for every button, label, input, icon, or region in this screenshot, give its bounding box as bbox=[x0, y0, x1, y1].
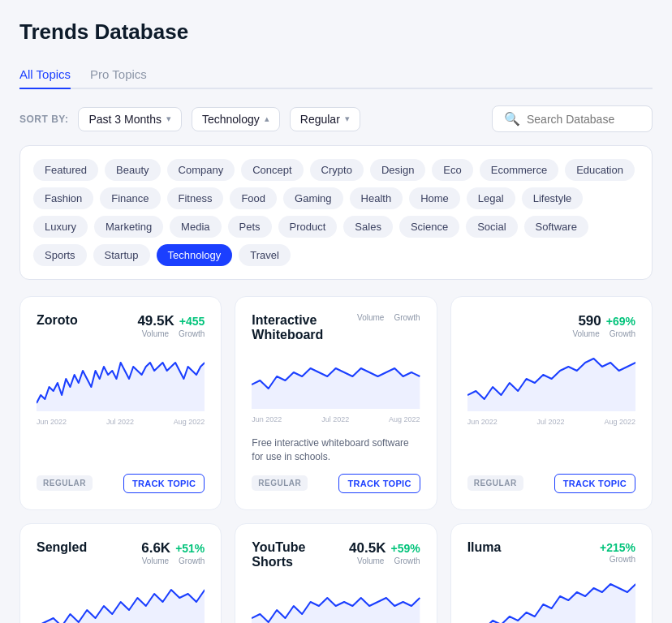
app-container: Trends Database All Topics Pro Topics SO… bbox=[0, 0, 672, 623]
filter-pill-sales[interactable]: Sales bbox=[343, 216, 393, 238]
growth-label: Growth bbox=[179, 329, 205, 338]
track-topic-button[interactable]: TRACK TOPIC bbox=[123, 474, 205, 493]
regular-badge: REGULAR bbox=[467, 475, 523, 491]
chart-label: Jul 2022 bbox=[321, 415, 349, 423]
card-stats: 590+69%VolumeGrowth bbox=[572, 313, 635, 345]
type-value: Regular bbox=[300, 113, 340, 126]
filter-pill-concept[interactable]: Concept bbox=[241, 159, 303, 181]
trend-card-3: Sengled6.6K+51%VolumeGrowthJun 2022Jul 2… bbox=[19, 523, 222, 623]
period-value: Past 3 Months bbox=[88, 113, 162, 126]
filter-pill-sports[interactable]: Sports bbox=[33, 244, 87, 266]
filter-pill-crypto[interactable]: Crypto bbox=[310, 159, 364, 181]
filter-pill-travel[interactable]: Travel bbox=[239, 244, 291, 266]
card-title: Iluma bbox=[467, 540, 502, 555]
card-growth: +69% bbox=[606, 315, 635, 328]
filter-pill-science[interactable]: Science bbox=[399, 216, 459, 238]
card-footer: REGULARTRACK TOPIC bbox=[467, 474, 635, 493]
filter-pill-social[interactable]: Social bbox=[466, 216, 517, 238]
filter-pill-home[interactable]: Home bbox=[409, 187, 460, 209]
chart-label: Jul 2022 bbox=[537, 418, 565, 426]
card-stats-line: +215% bbox=[595, 540, 635, 555]
filter-pill-media[interactable]: Media bbox=[170, 216, 221, 238]
chart-label: Jun 2022 bbox=[252, 415, 282, 423]
trend-card-2: 590+69%VolumeGrowthJun 2022Jul 2022Aug 2… bbox=[450, 296, 653, 510]
chart-labels: Jun 2022Jul 2022Aug 2022 bbox=[467, 418, 635, 426]
chart-label: Aug 2022 bbox=[389, 415, 420, 423]
period-select[interactable]: Past 3 Months ▾ bbox=[78, 107, 182, 131]
regular-badge: REGULAR bbox=[252, 475, 308, 491]
card-labels: VolumeGrowth bbox=[141, 556, 205, 565]
category-value: Technology bbox=[202, 113, 260, 126]
tab-all-topics[interactable]: All Topics bbox=[19, 61, 71, 89]
track-topic-button[interactable]: TRACK TOPIC bbox=[554, 474, 635, 493]
card-growth: +51% bbox=[175, 542, 205, 555]
card-labels: VolumeGrowth bbox=[349, 556, 420, 565]
type-select[interactable]: Regular ▾ bbox=[290, 107, 360, 131]
trend-card-1: Interactive WhiteboardVolumeGrowthJun 20… bbox=[235, 296, 437, 510]
type-arrow-icon: ▾ bbox=[345, 114, 350, 124]
volume-label: Volume bbox=[357, 313, 384, 322]
filter-pill-legal[interactable]: Legal bbox=[467, 187, 515, 209]
card-labels: Growth bbox=[595, 555, 635, 564]
card-volume: 590 bbox=[578, 313, 601, 329]
filter-pill-company[interactable]: Company bbox=[167, 159, 235, 181]
filter-pill-fashion[interactable]: Fashion bbox=[33, 187, 93, 209]
filter-pill-featured[interactable]: Featured bbox=[33, 159, 98, 181]
filter-pill-fitness[interactable]: Fitness bbox=[167, 187, 224, 209]
cards-grid: Zoroto49.5K+455VolumeGrowthJun 2022Jul 2… bbox=[19, 296, 653, 623]
filter-pill-design[interactable]: Design bbox=[370, 159, 425, 181]
trend-card-4: YouTube Shorts40.5K+59%VolumeGrowthJun 2… bbox=[235, 523, 437, 623]
filter-pill-luxury[interactable]: Luxury bbox=[33, 216, 88, 238]
card-stats: 40.5K+59%VolumeGrowth bbox=[349, 540, 420, 572]
card-stats: VolumeGrowth bbox=[357, 313, 420, 329]
filter-pill-ecommerce[interactable]: Ecommerce bbox=[480, 159, 558, 181]
card-stats: 49.5K+455VolumeGrowth bbox=[137, 313, 205, 345]
filter-pill-finance[interactable]: Finance bbox=[100, 187, 160, 209]
filter-pill-education[interactable]: Education bbox=[565, 159, 635, 181]
search-input[interactable] bbox=[527, 113, 640, 126]
card-stats-line: 6.6K+51% bbox=[141, 540, 205, 556]
search-box[interactable]: 🔍 bbox=[492, 105, 653, 132]
card-growth: +59% bbox=[390, 542, 420, 555]
volume-label: Volume bbox=[142, 556, 169, 565]
tab-pro-topics[interactable]: Pro Topics bbox=[90, 61, 147, 89]
filter-pill-health[interactable]: Health bbox=[350, 187, 403, 209]
card-header: Iluma+215%Growth bbox=[467, 540, 635, 570]
badge-group: REGULAR bbox=[37, 475, 93, 491]
card-labels: VolumeGrowth bbox=[572, 329, 635, 338]
growth-label: Growth bbox=[610, 555, 635, 564]
growth-label: Growth bbox=[394, 556, 420, 565]
chart-area bbox=[467, 580, 635, 623]
chart-label: Jul 2022 bbox=[106, 418, 134, 426]
page-title: Trends Database bbox=[19, 19, 653, 45]
card-header: Interactive WhiteboardVolumeGrowth bbox=[252, 313, 420, 342]
card-title: Sengled bbox=[37, 540, 87, 555]
card-growth: +215% bbox=[600, 541, 635, 554]
filter-pill-startup[interactable]: Startup bbox=[93, 244, 150, 266]
filter-pill-lifestyle[interactable]: Lifestyle bbox=[522, 187, 584, 209]
card-title: Zoroto bbox=[37, 313, 78, 328]
filter-pill-marketing[interactable]: Marketing bbox=[94, 216, 163, 238]
card-stats-line: 590+69% bbox=[572, 313, 635, 329]
chart-label: Aug 2022 bbox=[604, 418, 635, 426]
filter-pill-technology[interactable]: Technology bbox=[157, 244, 233, 266]
filter-pill-software[interactable]: Software bbox=[524, 216, 588, 238]
chart-label: Aug 2022 bbox=[174, 418, 205, 426]
track-topic-button[interactable]: TRACK TOPIC bbox=[338, 474, 420, 493]
chart-label: Jun 2022 bbox=[37, 418, 67, 426]
filter-pill-gaming[interactable]: Gaming bbox=[283, 187, 343, 209]
card-stats-line: 40.5K+59% bbox=[349, 540, 420, 556]
toolbar: SORT BY: Past 3 Months ▾ Technology ▴ Re… bbox=[19, 105, 653, 132]
filter-pill-eco[interactable]: Eco bbox=[432, 159, 472, 181]
filter-pill-beauty[interactable]: Beauty bbox=[105, 159, 160, 181]
category-select[interactable]: Technology ▴ bbox=[192, 107, 280, 131]
trend-card-5: Iluma+215%GrowthJun 2022Jul 2023Aug 2027… bbox=[450, 523, 653, 623]
filter-pill-product[interactable]: Product bbox=[278, 216, 338, 238]
volume-label: Volume bbox=[142, 329, 169, 338]
filter-pill-pets[interactable]: Pets bbox=[228, 216, 272, 238]
card-stats-line: 49.5K+455 bbox=[137, 313, 205, 329]
card-title: YouTube Shorts bbox=[252, 540, 349, 569]
filter-pill-food[interactable]: Food bbox=[230, 187, 277, 209]
card-volume: 40.5K bbox=[349, 540, 386, 556]
volume-label: Volume bbox=[357, 556, 384, 565]
